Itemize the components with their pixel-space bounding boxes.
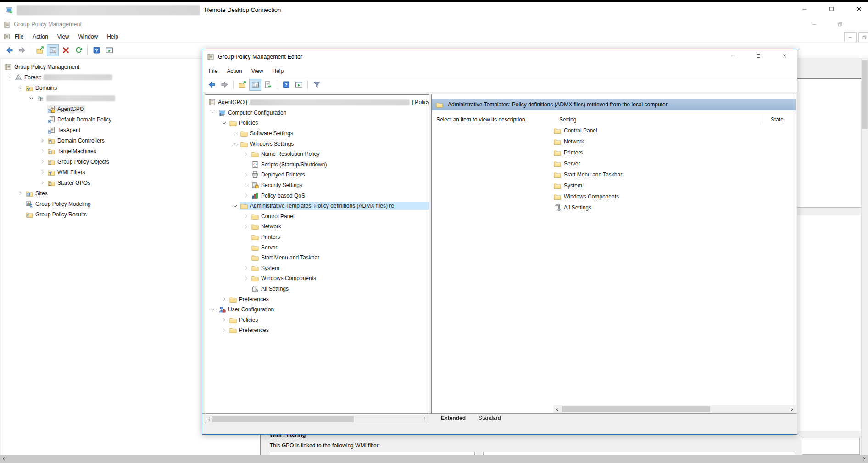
scroll-left-arrow-icon[interactable]: [0, 455, 8, 463]
tree-item-name-resolution-policy[interactable]: Name Resolution Policy: [205, 149, 429, 160]
chevron-right-icon[interactable]: [241, 150, 251, 158]
delete-x-button[interactable]: [60, 44, 72, 56]
chevron-down-icon[interactable]: [208, 109, 218, 116]
tree-item-computer-configuration[interactable]: Computer Configuration: [205, 108, 429, 118]
menu-action[interactable]: Action: [222, 66, 246, 76]
menu-file[interactable]: File: [10, 32, 28, 42]
wmi-filter-field-fragment[interactable]: [270, 452, 475, 455]
column-header-setting[interactable]: Setting: [559, 116, 576, 123]
list-item-windows-components[interactable]: Windows Components: [554, 191, 795, 202]
rdp-close-button[interactable]: [850, 2, 868, 16]
chevron-right-icon[interactable]: [241, 213, 251, 220]
chevron-down-icon[interactable]: [208, 306, 218, 313]
chevron-right-icon[interactable]: [37, 158, 47, 165]
tree-item-start-menu-and-taskbar[interactable]: Start Menu and Taskbar: [205, 253, 429, 263]
tree-item-security-settings[interactable]: Security Settings: [205, 180, 429, 191]
menu-window[interactable]: Window: [74, 32, 103, 42]
gpme-tree-horizontal-scrollbar[interactable]: [205, 415, 429, 423]
list-item-printers[interactable]: Printers: [554, 147, 795, 158]
console-tree-button[interactable]: [47, 44, 59, 56]
tree-item-agentgpo[interactable]: AgentGPO [] Policy: [205, 97, 429, 108]
tree-item-user-configuration[interactable]: User Configuration: [205, 304, 429, 315]
filter-button[interactable]: [311, 79, 323, 91]
console-window-button[interactable]: [293, 79, 305, 91]
tree-item-policies[interactable]: Policies: [205, 314, 429, 325]
mdi-restore-button[interactable]: [858, 32, 868, 42]
chevron-down-icon[interactable]: [4, 74, 14, 81]
chevron-right-icon[interactable]: [241, 275, 251, 282]
export-folder-button[interactable]: [34, 44, 46, 56]
list-item-server[interactable]: Server: [554, 158, 795, 169]
list-item-system[interactable]: System: [554, 180, 795, 191]
menu-view[interactable]: View: [53, 32, 74, 42]
settings-list-horizontal-scrollbar[interactable]: [553, 405, 796, 413]
menu-view[interactable]: View: [247, 66, 268, 76]
chevron-right-icon[interactable]: [241, 182, 251, 189]
chevron-right-icon[interactable]: [37, 169, 47, 176]
list-item-network[interactable]: Network: [554, 136, 795, 147]
export-folder-button[interactable]: [236, 79, 248, 91]
tree-item-policy-based-qos[interactable]: Policy-based QoS: [205, 190, 429, 201]
chevron-right-icon[interactable]: [219, 316, 229, 324]
scrollbar-thumb[interactable]: [562, 406, 710, 412]
chevron-right-icon[interactable]: [241, 223, 251, 230]
scrollbar-thumb[interactable]: [862, 60, 868, 129]
console-window-button[interactable]: [103, 44, 115, 56]
chevron-right-icon[interactable]: [241, 265, 251, 272]
gpm-vertical-scrollbar[interactable]: [861, 58, 868, 455]
chevron-right-icon[interactable]: [219, 326, 229, 334]
list-item-start-menu-and-taskbar[interactable]: Start Menu and Taskbar: [554, 169, 795, 180]
console-tree-button[interactable]: [249, 79, 261, 91]
menu-help[interactable]: Help: [102, 32, 123, 42]
tree-item-policies[interactable]: Policies: [205, 118, 429, 128]
scrollbar-thumb[interactable]: [212, 416, 354, 422]
menu-help[interactable]: Help: [268, 66, 289, 76]
menu-file[interactable]: File: [204, 66, 222, 76]
scroll-right-arrow-icon[interactable]: [788, 405, 796, 413]
forward-arrow-button[interactable]: [218, 79, 230, 91]
tree-item-system[interactable]: System: [205, 263, 429, 274]
tree-item-scripts-startup-shutdown[interactable]: Scripts (Startup/Shutdown): [205, 160, 429, 170]
chevron-down-icon[interactable]: [219, 119, 229, 127]
chevron-right-icon[interactable]: [230, 130, 240, 137]
chevron-right-icon[interactable]: [15, 190, 25, 197]
list-item-control-panel[interactable]: Control Panel: [554, 125, 795, 136]
chevron-right-icon[interactable]: [37, 148, 47, 155]
list-item-all-settings[interactable]: All Settings: [554, 202, 795, 213]
refresh-button[interactable]: [72, 44, 84, 56]
tree-item-deployed-printers[interactable]: Deployed Printers: [205, 170, 429, 180]
gpme-minimize-button[interactable]: [722, 49, 743, 63]
chevron-down-icon[interactable]: [230, 140, 240, 148]
column-header-state[interactable]: State: [771, 116, 784, 123]
tab-extended[interactable]: Extended: [434, 414, 473, 424]
tree-item-software-settings[interactable]: Software Settings: [205, 128, 429, 139]
tree-item-windows-components[interactable]: Windows Components: [205, 273, 429, 284]
tree-item-preferences[interactable]: Preferences: [205, 325, 429, 336]
scroll-left-arrow-icon[interactable]: [553, 405, 562, 413]
mdi-minimize-button[interactable]: [844, 32, 857, 42]
gpme-close-button[interactable]: [774, 49, 795, 63]
gpm-minimize-button[interactable]: [807, 19, 822, 29]
tree-item-network[interactable]: Network: [205, 221, 429, 232]
gpm-restore-button[interactable]: [832, 19, 848, 29]
gpm-horizontal-scrollbar[interactable]: [0, 455, 868, 463]
chevron-down-icon[interactable]: [26, 95, 36, 102]
tab-standard[interactable]: Standard: [471, 414, 508, 424]
chevron-down-icon[interactable]: [230, 202, 240, 209]
forward-arrow-button[interactable]: [16, 44, 28, 56]
chevron-right-icon[interactable]: [219, 296, 229, 303]
rdp-minimize-button[interactable]: [796, 2, 813, 16]
gpme-maximize-button[interactable]: [748, 49, 769, 63]
tree-item-control-panel[interactable]: Control Panel: [205, 211, 429, 222]
help-button[interactable]: ?: [280, 79, 292, 91]
tree-item-all-settings[interactable]: All Settings: [205, 284, 429, 294]
tree-item-server[interactable]: Server: [205, 242, 429, 253]
help-button[interactable]: ?: [90, 44, 102, 56]
chevron-right-icon[interactable]: [241, 171, 251, 178]
chevron-down-icon[interactable]: [15, 84, 25, 92]
back-arrow-button[interactable]: [3, 44, 15, 56]
tree-item-printers[interactable]: Printers: [205, 232, 429, 243]
menu-action[interactable]: Action: [28, 32, 52, 42]
scroll-right-arrow-icon[interactable]: [421, 415, 429, 423]
chevron-right-icon[interactable]: [37, 137, 47, 144]
